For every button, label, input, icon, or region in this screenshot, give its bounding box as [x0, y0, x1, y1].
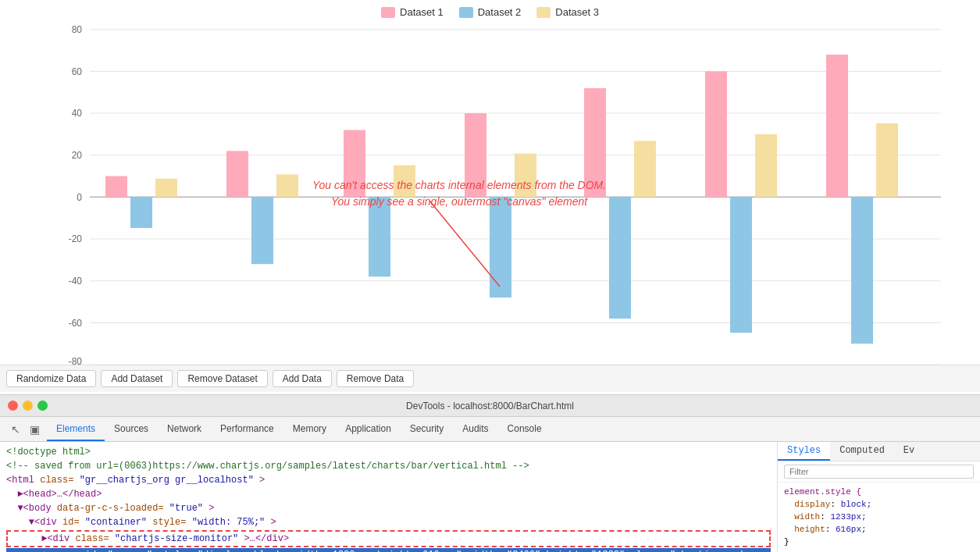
legend-color-1 — [381, 7, 395, 18]
styles-tabs: Styles Computed Ev — [778, 442, 980, 461]
bar — [251, 197, 273, 264]
chart-buttons: Randomize Data Add Dataset Remove Datase… — [0, 365, 980, 392]
styles-tab-ev[interactable]: Ev — [894, 442, 924, 461]
bar — [226, 151, 248, 197]
annotation-arrow — [390, 201, 547, 294]
styles-tab-styles[interactable]: Styles — [778, 442, 830, 461]
svg-text:80: 80 — [72, 24, 82, 35]
add-data-button[interactable]: Add Data — [273, 370, 332, 387]
tab-console[interactable]: Console — [498, 417, 551, 441]
svg-text:40: 40 — [72, 108, 82, 119]
legend-color-3 — [536, 7, 551, 18]
dom-line-6: ▼<div id= "container" style= "width: 75%… — [6, 515, 771, 529]
svg-text:-20: -20 — [69, 233, 82, 244]
remove-dataset-button[interactable]: Remove Dataset — [177, 370, 267, 387]
svg-text:-60: -60 — [69, 317, 82, 328]
svg-text:20: 20 — [72, 150, 82, 161]
devtools-tabs: ↖ ▣ Elements Sources Network Performance… — [0, 417, 980, 442]
chart-area: Dataset 1 Dataset 2 Dataset 3 — [0, 0, 980, 394]
dom-line-5: ▼<body data-gr-c-s-loaded= "true" > — [6, 501, 771, 515]
styles-tab-computed[interactable]: Computed — [830, 442, 894, 461]
dom-text-3: <html — [6, 475, 34, 486]
bar — [130, 197, 152, 228]
tab-network[interactable]: Network — [158, 417, 211, 441]
styles-filter-input[interactable] — [784, 465, 974, 479]
devtools-title: DevTools - localhost:8000/BarChart.html — [406, 401, 574, 411]
traffic-light-yellow[interactable] — [23, 401, 33, 411]
traffic-light-green[interactable] — [37, 401, 48, 411]
legend-item-3: Dataset 3 — [536, 6, 599, 18]
bar — [705, 71, 727, 197]
legend-label-3: Dataset 3 — [555, 6, 599, 18]
tab-icons: ↖ ▣ — [3, 422, 47, 437]
bar — [851, 197, 873, 344]
svg-text:-40: -40 — [69, 276, 82, 287]
styles-panel: Styles Computed Ev element.style { displ… — [777, 442, 980, 552]
tab-elements[interactable]: Elements — [47, 417, 105, 441]
devtools-panel: DevTools - localhost:8000/BarChart.html … — [0, 394, 980, 552]
svg-line-25 — [429, 201, 500, 287]
dom-line-2: <!-- saved from url=(0063)https://www.ch… — [6, 459, 771, 473]
bar — [155, 179, 177, 198]
legend-label-1: Dataset 1 — [400, 6, 444, 18]
bar — [730, 197, 752, 333]
bar — [609, 197, 631, 319]
legend-color-2 — [459, 7, 473, 18]
bar — [634, 141, 656, 197]
legend-label-2: Dataset 2 — [478, 6, 522, 18]
traffic-lights — [8, 401, 48, 411]
cursor-icon[interactable]: ↖ — [8, 422, 23, 437]
dom-attrval-3: "gr__chartjs_org gr__localhost" — [80, 475, 254, 486]
bar — [105, 176, 127, 198]
dom-line-7: ►<div class= "chartjs-size-monitor" >…</… — [6, 530, 771, 547]
annotation-overlay: You can't access the charts internal ele… — [312, 177, 606, 210]
bar — [876, 123, 898, 197]
tab-audits[interactable]: Audits — [453, 417, 497, 441]
dom-line-8[interactable]: <canvas id= "canvas" style= "display: bl… — [6, 548, 771, 552]
remove-data-button[interactable]: Remove Data — [337, 370, 414, 387]
chart-legend: Dataset 1 Dataset 2 Dataset 3 — [0, 0, 980, 21]
tab-security[interactable]: Security — [401, 417, 453, 441]
bar — [826, 55, 848, 197]
tab-application[interactable]: Application — [336, 417, 401, 441]
dom-line-1: <!doctype html> — [6, 445, 771, 459]
styles-filter — [778, 461, 980, 483]
dom-text-1: <!doctype html> — [6, 447, 91, 458]
randomize-button[interactable]: Randomize Data — [6, 370, 96, 387]
svg-text:0: 0 — [77, 191, 82, 202]
add-dataset-button[interactable]: Add Dataset — [101, 370, 173, 387]
bar — [755, 134, 777, 197]
tab-memory[interactable]: Memory — [283, 417, 336, 441]
devtools-titlebar: DevTools - localhost:8000/BarChart.html — [0, 395, 980, 417]
svg-text:-80: -80 — [69, 356, 82, 365]
dom-line-4: ►<head>…</head> — [6, 487, 771, 501]
dom-line-3: <html class= "gr__chartjs_org gr__localh… — [6, 473, 771, 487]
svg-text:60: 60 — [72, 66, 82, 77]
legend-item-1: Dataset 1 — [381, 6, 444, 18]
legend-item-2: Dataset 2 — [459, 6, 522, 18]
dom-text-2: <!-- saved from url=(0063)https://www.ch… — [6, 461, 529, 472]
bar — [276, 174, 298, 197]
traffic-light-red[interactable] — [8, 401, 18, 411]
styles-rule-1: element.style { display: block; width: 1… — [778, 483, 980, 551]
device-icon[interactable]: ▣ — [27, 422, 42, 437]
devtools-content: <!doctype html> <!-- saved from url=(006… — [0, 442, 980, 552]
tab-sources[interactable]: Sources — [105, 417, 158, 441]
dom-panel: <!doctype html> <!-- saved from url=(006… — [0, 442, 777, 552]
tab-performance[interactable]: Performance — [211, 417, 283, 441]
dom-attr-3: class= — [40, 475, 73, 486]
